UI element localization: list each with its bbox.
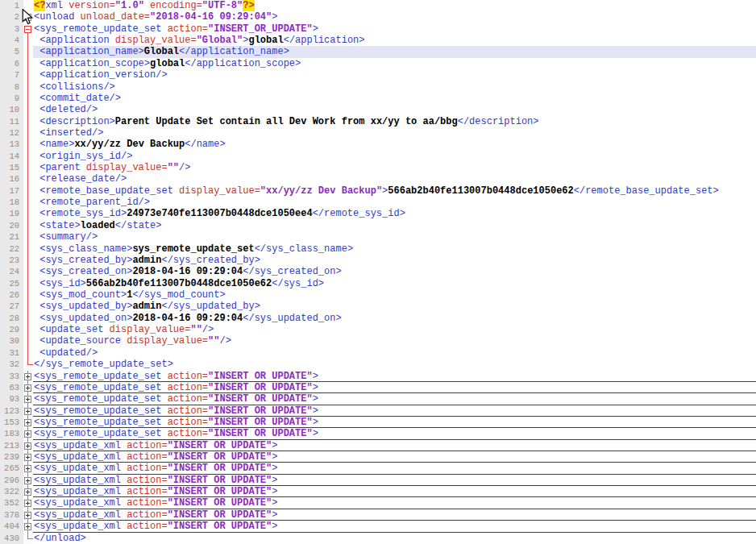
fold-guide-line [27, 266, 28, 277]
fold-margin [23, 417, 33, 428]
line-number: 352 [0, 497, 23, 509]
code-row-29: 29 <update_set display_value=""/> [0, 324, 756, 335]
code-segment: > [313, 428, 318, 439]
code-segment: action= [161, 428, 208, 439]
line-number: 4 [0, 35, 23, 46]
code-line: <application_name>Global</application_na… [33, 46, 756, 57]
code-segment: sys_remote_update_set [132, 243, 254, 255]
fold-margin [23, 451, 33, 463]
code-line: <remote_base_update_set display_value="x… [33, 185, 756, 197]
fold-expand-icon[interactable] [24, 512, 31, 519]
code-row-183: 183<sys_remote_update_set action="INSERT… [0, 428, 756, 439]
fold-expand-icon[interactable] [24, 408, 31, 415]
line-number: 5 [0, 46, 23, 57]
line-number: 265 [0, 463, 23, 474]
fold-collapse-icon[interactable] [24, 26, 31, 33]
fold-expand-icon[interactable] [24, 488, 31, 496]
code-row-19: 19 <remote_sys_id>24973e740fe113007b0448… [0, 208, 756, 219]
fold-margin [23, 521, 33, 532]
code-row-63: 63<sys_remote_update_set action="INSERT … [0, 382, 756, 393]
code-segment: <sys_remote_update_set [34, 23, 161, 35]
fold-guide-line [27, 185, 28, 197]
fold-expand-icon[interactable] [24, 477, 31, 484]
code-segment: "Global" [197, 35, 243, 46]
fold-margin [23, 173, 33, 185]
fold-expand-icon[interactable] [24, 442, 31, 450]
code-segment: unload_date= [74, 11, 150, 23]
code-segment: > [313, 371, 318, 382]
code-line: <sys_id>566ab2b40fe113007b0448dce1050e62… [33, 278, 756, 289]
fold-expand-icon[interactable] [24, 523, 31, 530]
fold-expand-icon[interactable] [24, 465, 31, 472]
code-line: <sys_created_by>admin</sys_created_by> [33, 255, 756, 266]
code-row-20: 20 <state>loaded</state> [0, 220, 756, 231]
code-row-33: 33<sys_remote_update_set action="INSERT … [0, 371, 756, 382]
fold-margin [23, 382, 33, 393]
code-line: <release_date/> [33, 173, 756, 185]
code-segment: <application [34, 35, 110, 46]
fold-margin [23, 116, 33, 127]
code-row-4: 4 <application display_value="Global">gl… [0, 35, 756, 46]
code-segment: display_value= [110, 35, 197, 46]
line-number: 123 [0, 405, 23, 417]
fold-expand-icon[interactable] [24, 454, 31, 461]
code-line: <update_source display_value=""/> [33, 335, 756, 347]
line-number: 8 [0, 81, 23, 93]
code-line: <sys_created_on>2018-04-16 09:29:04</sys… [33, 266, 756, 277]
code-line: <application_scope>global</application_s… [33, 58, 756, 69]
fold-margin [23, 58, 33, 69]
line-number: 1 [0, 0, 23, 11]
line-number: 9 [0, 93, 23, 104]
code-line: <state>loaded</state> [33, 220, 756, 231]
code-segment: > [272, 521, 277, 532]
fold-guide-line [27, 116, 28, 127]
code-row-2: 2<unload unload_date="2018-04-16 09:29:0… [0, 11, 756, 23]
fold-expand-icon[interactable] [24, 419, 31, 426]
code-row-7: 7 <application_version/> [0, 69, 756, 81]
code-segment: <release_date/> [34, 173, 127, 185]
code-row-123: 123<sys_remote_update_set action="INSERT… [0, 405, 756, 417]
fold-guide-line [27, 127, 28, 139]
code-row-21: 21 <summary/> [0, 231, 756, 243]
fold-expand-icon[interactable] [24, 384, 31, 392]
line-number: 22 [0, 243, 23, 255]
fold-guide-line [27, 46, 28, 57]
fold-expand-icon[interactable] [24, 396, 31, 403]
fold-expand-icon[interactable] [24, 373, 31, 380]
line-number: 213 [0, 440, 23, 451]
code-segment: <sys_updated_by> [34, 301, 132, 312]
fold-margin [23, 151, 33, 162]
code-line: <sys_updated_on>2018-04-16 09:29:04</sys… [33, 313, 756, 324]
line-number: 25 [0, 278, 23, 289]
code-segment: "INSERT OR UPDATE" [168, 463, 272, 474]
code-row-28: 28 <sys_updated_on>2018-04-16 09:29:04</… [0, 313, 756, 324]
code-segment: /> [179, 162, 190, 173]
fold-margin [23, 231, 33, 243]
code-segment: <sys_update_xml [34, 497, 121, 509]
code-segment: <sys_remote_update_set [34, 393, 161, 405]
fold-expand-icon[interactable] [24, 430, 31, 438]
fold-guide-line [27, 313, 28, 324]
code-segment: </name> [185, 139, 225, 150]
fold-margin [23, 509, 33, 521]
line-number: 239 [0, 451, 23, 463]
code-segment: display_value= [173, 185, 260, 197]
code-segment: ?> [243, 0, 254, 11]
code-segment: </sys_updated_on> [243, 313, 341, 324]
fold-expand-icon[interactable] [24, 500, 31, 507]
code-segment: </sys_remote_update_set> [34, 359, 173, 370]
code-segment: /> [219, 335, 231, 347]
code-line: <sys_class_name>sys_remote_update_set</s… [33, 243, 756, 255]
code-segment: Parent Update Set contain all Dev Work f… [115, 116, 458, 127]
fold-margin [23, 208, 33, 219]
fold-margin [23, 127, 33, 139]
fold-margin [23, 393, 33, 405]
code-line: <description>Parent Update Set contain a… [33, 116, 756, 127]
code-segment: > [313, 405, 318, 417]
code-line: <sys_update_xml action="INSERT OR UPDATE… [33, 497, 756, 509]
code-segment: 2018-04-16 09:29:04 [132, 266, 243, 277]
code-segment: encoding= [144, 0, 202, 11]
line-number: 14 [0, 151, 23, 162]
code-segment: > [272, 486, 277, 497]
code-segment: </sys_created_on> [243, 266, 341, 277]
